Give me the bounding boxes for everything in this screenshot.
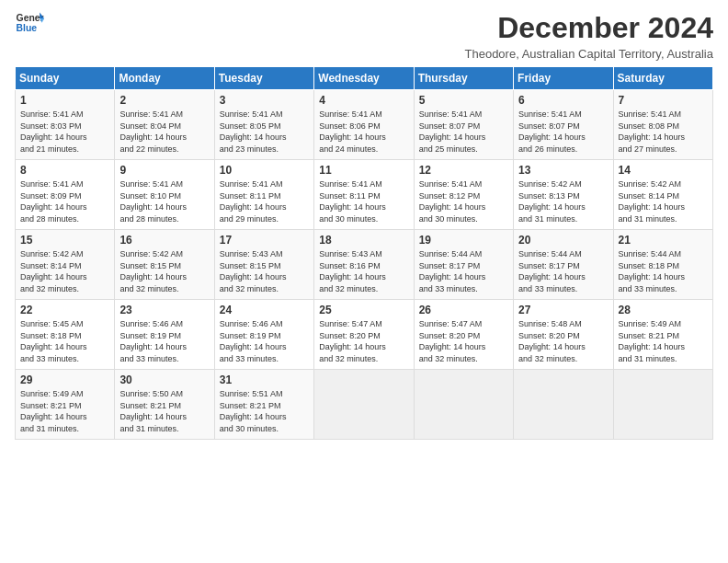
header-wednesday: Wednesday xyxy=(314,67,414,90)
table-row: 23Sunrise: 5:46 AMSunset: 8:19 PMDayligh… xyxy=(115,300,214,370)
table-row: 25Sunrise: 5:47 AMSunset: 8:20 PMDayligh… xyxy=(314,300,414,370)
table-row xyxy=(314,370,414,440)
logo-icon: General Blue xyxy=(15,11,44,37)
table-row xyxy=(414,370,513,440)
page: General Blue December 2024 Theodore, Aus… xyxy=(0,0,728,451)
table-row: 20Sunrise: 5:44 AMSunset: 8:17 PMDayligh… xyxy=(514,230,613,300)
table-row: 15Sunrise: 5:42 AMSunset: 8:14 PMDayligh… xyxy=(16,230,115,300)
table-row xyxy=(514,370,613,440)
calendar-table: Sunday Monday Tuesday Wednesday Thursday… xyxy=(15,66,713,440)
day-1: 1Sunrise: 5:41 AMSunset: 8:03 PMDaylight… xyxy=(16,90,115,160)
table-row: 9Sunrise: 5:41 AMSunset: 8:10 PMDaylight… xyxy=(115,160,214,230)
calendar-title: December 2024 xyxy=(465,11,714,45)
table-row: 11Sunrise: 5:41 AMSunset: 8:11 PMDayligh… xyxy=(314,160,414,230)
table-row: 16Sunrise: 5:42 AMSunset: 8:15 PMDayligh… xyxy=(115,230,214,300)
table-row: 24Sunrise: 5:46 AMSunset: 8:19 PMDayligh… xyxy=(214,300,313,370)
table-row: 17Sunrise: 5:43 AMSunset: 8:15 PMDayligh… xyxy=(214,230,313,300)
table-row: 3Sunrise: 5:41 AMSunset: 8:05 PMDaylight… xyxy=(214,90,313,160)
calendar-subtitle: Theodore, Australian Capital Territory, … xyxy=(465,47,714,61)
table-row: 14Sunrise: 5:42 AMSunset: 8:14 PMDayligh… xyxy=(613,160,712,230)
table-row: 26Sunrise: 5:47 AMSunset: 8:20 PMDayligh… xyxy=(414,300,513,370)
table-row: 5Sunrise: 5:41 AMSunset: 8:07 PMDaylight… xyxy=(414,90,513,160)
calendar-header-row: Sunday Monday Tuesday Wednesday Thursday… xyxy=(16,67,713,90)
table-row: 27Sunrise: 5:48 AMSunset: 8:20 PMDayligh… xyxy=(514,300,613,370)
table-row: 28Sunrise: 5:49 AMSunset: 8:21 PMDayligh… xyxy=(613,300,712,370)
table-row: 8Sunrise: 5:41 AMSunset: 8:09 PMDaylight… xyxy=(16,160,115,230)
header: General Blue December 2024 Theodore, Aus… xyxy=(15,11,713,61)
table-row: 19Sunrise: 5:44 AMSunset: 8:17 PMDayligh… xyxy=(414,230,513,300)
logo: General Blue xyxy=(15,11,44,37)
title-block: December 2024 Theodore, Australian Capit… xyxy=(465,11,714,61)
svg-text:Blue: Blue xyxy=(17,23,38,33)
header-saturday: Saturday xyxy=(613,67,712,90)
table-row: 12Sunrise: 5:41 AMSunset: 8:12 PMDayligh… xyxy=(414,160,513,230)
table-row: 18Sunrise: 5:43 AMSunset: 8:16 PMDayligh… xyxy=(314,230,414,300)
header-sunday: Sunday xyxy=(16,67,115,90)
header-friday: Friday xyxy=(514,67,613,90)
table-row xyxy=(613,370,712,440)
table-row: 21Sunrise: 5:44 AMSunset: 8:18 PMDayligh… xyxy=(613,230,712,300)
table-row: 31Sunrise: 5:51 AMSunset: 8:21 PMDayligh… xyxy=(214,370,313,440)
table-row: 4Sunrise: 5:41 AMSunset: 8:06 PMDaylight… xyxy=(314,90,414,160)
table-row: 30Sunrise: 5:50 AMSunset: 8:21 PMDayligh… xyxy=(115,370,214,440)
table-row: 7Sunrise: 5:41 AMSunset: 8:08 PMDaylight… xyxy=(613,90,712,160)
header-thursday: Thursday xyxy=(414,67,513,90)
header-monday: Monday xyxy=(115,67,214,90)
table-row: 2Sunrise: 5:41 AMSunset: 8:04 PMDaylight… xyxy=(115,90,214,160)
table-row: 22Sunrise: 5:45 AMSunset: 8:18 PMDayligh… xyxy=(16,300,115,370)
table-row: 13Sunrise: 5:42 AMSunset: 8:13 PMDayligh… xyxy=(514,160,613,230)
table-row: 10Sunrise: 5:41 AMSunset: 8:11 PMDayligh… xyxy=(214,160,313,230)
table-row: 6Sunrise: 5:41 AMSunset: 8:07 PMDaylight… xyxy=(514,90,613,160)
table-row: 29Sunrise: 5:49 AMSunset: 8:21 PMDayligh… xyxy=(16,370,115,440)
header-tuesday: Tuesday xyxy=(214,67,313,90)
